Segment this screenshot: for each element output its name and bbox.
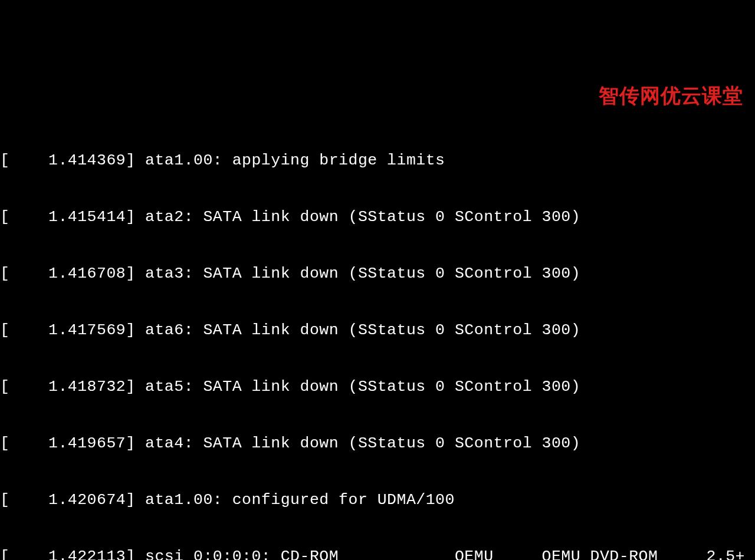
dmesg-line: [ 1.422113] scsi 0:0:0:0: CD-ROM QEMU QE… xyxy=(0,547,755,560)
dmesg-line: [ 1.416708] ata3: SATA link down (SStatu… xyxy=(0,264,755,283)
dmesg-line: [ 1.414369] ata1.00: applying bridge lim… xyxy=(0,151,755,170)
dmesg-line: [ 1.417569] ata6: SATA link down (SStatu… xyxy=(0,321,755,340)
dmesg-line: [ 1.420674] ata1.00: configured for UDMA… xyxy=(0,490,755,509)
linux-boot-console[interactable]: 智传网优云课堂 [ 1.414369] ata1.00: applying br… xyxy=(0,75,755,560)
dmesg-line: [ 1.419657] ata4: SATA link down (SStatu… xyxy=(0,434,755,453)
watermark-top-right: 智传网优云课堂 xyxy=(599,86,743,105)
dmesg-line: [ 1.418732] ata5: SATA link down (SStatu… xyxy=(0,377,755,396)
dmesg-line: [ 1.415414] ata2: SATA link down (SStatu… xyxy=(0,207,755,226)
